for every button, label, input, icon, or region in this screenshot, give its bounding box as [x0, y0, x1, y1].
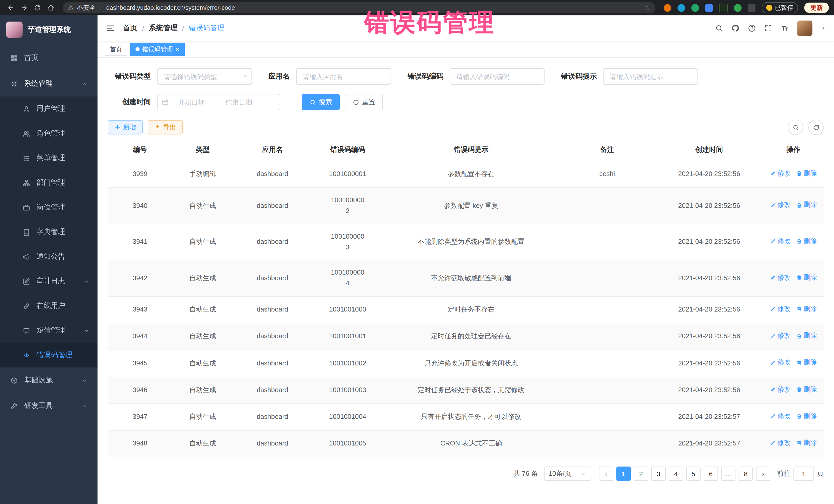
extension-icon[interactable]	[664, 4, 671, 12]
close-icon[interactable]: ×	[176, 46, 179, 52]
address-bar[interactable]: 不安全 dashboard.yudao.iocoder.cn/system/er…	[63, 2, 655, 13]
page-size-select[interactable]: 10条/页	[544, 466, 591, 481]
edit-link[interactable]: 修改	[770, 384, 791, 395]
puzzle-extension-icon[interactable]	[748, 4, 755, 12]
cell-app: dashboard	[233, 430, 312, 457]
sidebar-item-dept[interactable]: 部门管理	[0, 170, 97, 195]
edit-link[interactable]: 修改	[770, 411, 791, 422]
column-header: 操作	[763, 139, 824, 161]
page-button-5[interactable]: 5	[686, 466, 701, 481]
extension-icon[interactable]	[678, 4, 685, 12]
breadcrumb-item[interactable]: 首页	[123, 24, 137, 33]
end-date-input[interactable]	[218, 98, 259, 107]
browser-reload-button[interactable]	[32, 2, 43, 13]
start-date-input[interactable]	[171, 98, 212, 107]
extension-icon[interactable]	[734, 4, 742, 12]
sidebar-item-online-user[interactable]: 在线用户	[0, 293, 97, 318]
page-button-6[interactable]: 6	[704, 466, 718, 481]
edit-link[interactable]: 修改	[770, 438, 791, 448]
delete-link[interactable]: 删除	[796, 438, 817, 448]
sidebar-item-menu[interactable]: 菜单管理	[0, 146, 97, 170]
page-button-4[interactable]: 4	[669, 466, 683, 481]
error-code-input[interactable]	[449, 68, 545, 85]
more-pages-button[interactable]: ...	[721, 466, 736, 481]
app-name-input[interactable]	[296, 68, 391, 85]
browser-forward-button[interactable]	[19, 2, 30, 13]
add-button[interactable]: 新增	[108, 120, 143, 134]
font-size-icon[interactable]	[781, 24, 789, 32]
refresh-table-button[interactable]	[808, 119, 824, 135]
edit-link[interactable]: 修改	[770, 357, 791, 368]
user-avatar[interactable]	[797, 21, 812, 36]
edit-link[interactable]: 修改	[770, 236, 791, 247]
help-icon[interactable]	[748, 24, 756, 32]
header-search-icon[interactable]	[715, 24, 723, 32]
created-date-range-picker[interactable]: -	[157, 94, 280, 110]
page-button-1[interactable]: 1	[616, 466, 631, 481]
delete-link[interactable]: 删除	[796, 304, 817, 314]
edit-link[interactable]: 修改	[770, 272, 791, 283]
sidebar-item-post[interactable]: 岗位管理	[0, 195, 97, 220]
pencil-icon	[770, 440, 776, 446]
caret-down-icon[interactable]	[821, 26, 826, 31]
cell-app: dashboard	[233, 323, 312, 350]
error-message-input[interactable]	[603, 68, 698, 85]
error-type-select-value[interactable]	[157, 68, 252, 85]
edit-link[interactable]: 修改	[770, 168, 791, 179]
delete-link[interactable]: 删除	[796, 272, 817, 283]
update-button[interactable]: 更新	[804, 3, 829, 13]
view-tab[interactable]: 首页	[105, 43, 127, 56]
edit-link[interactable]: 修改	[770, 200, 791, 211]
sidebar-item-notice[interactable]: 通知公告	[0, 244, 97, 269]
extension-icon[interactable]	[691, 4, 699, 12]
extension-icon[interactable]	[719, 3, 728, 12]
search-button[interactable]: 搜索	[302, 94, 340, 110]
sidebar-item-system[interactable]: 系统管理	[0, 71, 97, 96]
browser-home-button[interactable]	[45, 2, 57, 13]
page-button-8[interactable]: 8	[739, 466, 753, 481]
goto-page-input[interactable]	[793, 466, 814, 481]
delete-link[interactable]: 删除	[796, 200, 817, 211]
delete-link[interactable]: 删除	[796, 384, 817, 395]
reset-button[interactable]: 重置	[345, 94, 383, 110]
export-button[interactable]: 导出	[148, 120, 183, 134]
add-button-label: 新增	[123, 123, 136, 132]
github-icon[interactable]	[731, 24, 740, 32]
prev-page-button[interactable]: ‹	[599, 466, 613, 481]
paused-badge[interactable]: 已暂停	[762, 2, 798, 13]
view-tab[interactable]: 错误码管理×	[130, 43, 184, 56]
sidebar-item-home[interactable]: 首页	[0, 45, 97, 71]
page-button-3[interactable]: 3	[651, 466, 666, 481]
table-row: 3940自动生成dashboard1001000002参数配置 key 重复20…	[108, 188, 824, 224]
tab-label: 首页	[110, 45, 122, 53]
bookmark-star-icon[interactable]: ☆	[644, 4, 650, 12]
delete-link[interactable]: 删除	[796, 411, 817, 422]
edit-link[interactable]: 修改	[770, 330, 791, 341]
sidebar-item-error-code[interactable]: 错误码管理	[0, 343, 97, 368]
browser-back-button[interactable]	[5, 2, 17, 13]
app-logo[interactable]: 芋道管理系统	[0, 15, 97, 44]
submenu: 用户管理角色管理菜单管理部门管理岗位管理字典管理通知公告审计日志在线用户短信管理…	[0, 96, 97, 368]
delete-link[interactable]: 删除	[796, 357, 817, 368]
sidebar-item-role[interactable]: 角色管理	[0, 121, 97, 146]
breadcrumb-item[interactable]: 系统管理	[149, 24, 178, 33]
cell-code: 1001001001	[312, 323, 383, 350]
page-button-2[interactable]: 2	[634, 466, 648, 481]
delete-link[interactable]: 删除	[796, 236, 817, 247]
delete-link[interactable]: 删除	[796, 330, 817, 341]
breadcrumb-separator: /	[142, 24, 144, 32]
next-page-button[interactable]: ›	[756, 466, 770, 481]
delete-link[interactable]: 删除	[796, 168, 817, 179]
error-type-select[interactable]	[157, 68, 252, 85]
extension-icon[interactable]	[705, 4, 713, 12]
sidebar-item-infra[interactable]: 基础设施	[0, 368, 97, 393]
sidebar-item-dict[interactable]: 字典管理	[0, 220, 97, 244]
sidebar-item-sms[interactable]: 短信管理	[0, 318, 97, 343]
sidebar-toggle-icon[interactable]	[106, 24, 115, 33]
toggle-search-button[interactable]	[788, 119, 803, 135]
sidebar-item-audit-log[interactable]: 审计日志	[0, 269, 97, 293]
sidebar-item-dev-tools[interactable]: 研发工具	[0, 393, 97, 419]
sidebar-item-user[interactable]: 用户管理	[0, 96, 97, 121]
edit-link[interactable]: 修改	[770, 304, 791, 314]
fullscreen-icon[interactable]	[764, 24, 772, 32]
